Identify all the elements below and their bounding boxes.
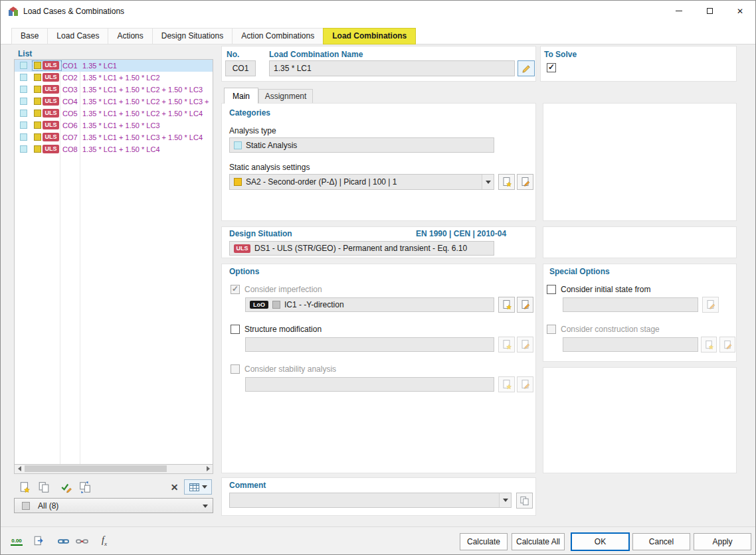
- dropdown-button[interactable]: [499, 493, 511, 507]
- combination-formula: 1.35 * LC1 + 1.50 * LC3 + 1.50 * LC4: [82, 133, 211, 141]
- list-item-co6[interactable]: ULS CO6 1.35 * LC1 + 1.50 * LC3: [15, 119, 213, 131]
- combination-color-swatch: [34, 121, 41, 129]
- new-combination-button[interactable]: [15, 479, 33, 495]
- tab-assignment[interactable]: Assignment: [258, 89, 313, 103]
- list-item-co1[interactable]: ULS CO1 1.35 * LC1: [15, 60, 213, 72]
- combination-name-input[interactable]: 1.35 * LC1: [269, 60, 515, 76]
- rename-button[interactable]: [518, 60, 535, 76]
- unlink-button[interactable]: [72, 532, 91, 550]
- list-item-co3[interactable]: ULS CO3 1.35 * LC1 + 1.50 * LC2 + 1.50 *…: [15, 84, 213, 96]
- formula-icon: fx: [102, 535, 107, 547]
- loo-badge: LoO: [250, 301, 268, 309]
- renumber-icon: [79, 481, 91, 493]
- construction-stage-checkbox: [547, 325, 556, 334]
- scrollbar-thumb[interactable]: [25, 465, 167, 472]
- tab-action-combinations[interactable]: Action Combinations: [232, 28, 324, 44]
- combination-formula: 1.35 * LC1 + 1.50 * LC4: [82, 145, 211, 153]
- empty-panel-mid: [543, 226, 737, 258]
- app-icon: [8, 6, 19, 17]
- filter-swatch: [22, 502, 30, 510]
- edit-icon: [520, 177, 531, 187]
- settings-value: SA2 - Second-order (P-Δ) | Picard | 100 …: [246, 177, 397, 187]
- combination-id: CO1: [62, 62, 78, 70]
- minimize-button[interactable]: [664, 1, 694, 21]
- empty-panel-top: [543, 103, 737, 221]
- combination-list[interactable]: ULS CO1 1.35 * LC1 ULS CO2 1.35 * LC1 + …: [14, 59, 213, 465]
- tab-design-situations[interactable]: Design Situations: [152, 28, 233, 44]
- new-icon: [704, 340, 714, 350]
- list-item-co2[interactable]: ULS CO2 1.35 * LC1 + 1.50 * LC2: [15, 72, 213, 84]
- empty-panel-bottom: [543, 367, 737, 473]
- solve-swatch: [20, 86, 27, 93]
- dropdown-button[interactable]: [482, 175, 494, 189]
- tab-load-combinations[interactable]: Load Combinations: [323, 28, 416, 44]
- tab-actions[interactable]: Actions: [108, 28, 152, 44]
- imperfection-label: Consider imperfection: [244, 285, 322, 294]
- imperfection-select[interactable]: LoO IC1 - -Y-direction: [245, 297, 494, 312]
- scroll-left-button[interactable]: [15, 465, 24, 473]
- check-combinations-button[interactable]: [57, 479, 75, 495]
- new-stability-button: [498, 376, 515, 392]
- formula-button[interactable]: fx: [95, 532, 114, 550]
- ok-button[interactable]: OK: [571, 532, 630, 551]
- combination-color-swatch: [34, 145, 41, 153]
- new-settings-button[interactable]: [498, 174, 515, 190]
- uls-badge: ULS: [43, 73, 59, 82]
- tab-base[interactable]: Base: [11, 28, 48, 44]
- new-icon: [502, 299, 512, 310]
- solve-swatch: [20, 62, 27, 69]
- new-icon: [502, 339, 512, 350]
- new-construction-stage-button: [701, 337, 717, 353]
- calculate-button[interactable]: Calculate: [460, 533, 508, 550]
- title-area: Load Cases & Combinations ✕ Base Load Ca…: [1, 1, 755, 44]
- edit-settings-button[interactable]: [517, 174, 533, 190]
- no-label: No.: [227, 50, 239, 59]
- comment-copy-button[interactable]: [516, 493, 533, 509]
- scroll-right-button[interactable]: [203, 465, 213, 473]
- table-view-button[interactable]: [184, 479, 212, 495]
- comment-input[interactable]: [229, 493, 512, 508]
- list-item-co5[interactable]: ULS CO5 1.35 * LC1 + 1.50 * LC2 + 1.50 *…: [15, 108, 213, 119]
- settings-swatch: [234, 178, 242, 186]
- link-button[interactable]: [54, 532, 72, 550]
- window-title: Load Cases & Combinations: [23, 7, 124, 16]
- solve-swatch: [20, 74, 27, 81]
- uls-badge: ULS: [43, 97, 59, 106]
- tab-main[interactable]: Main: [224, 88, 258, 104]
- list-horizontal-scrollbar[interactable]: [14, 465, 213, 474]
- combination-formula: 1.35 * LC1 + 1.50 * LC3: [82, 121, 211, 129]
- decimal-places-button[interactable]: 0.00: [7, 532, 26, 550]
- new-icon: [502, 379, 512, 390]
- structure-modification-checkbox[interactable]: [231, 325, 240, 334]
- renumber-button[interactable]: [76, 479, 94, 495]
- new-imperfection-button[interactable]: [498, 297, 515, 313]
- uls-badge: ULS: [43, 133, 59, 141]
- list-filter-select[interactable]: All (8): [14, 498, 213, 513]
- initial-state-checkbox[interactable]: [547, 285, 556, 294]
- copy-combination-button[interactable]: [35, 479, 52, 495]
- cancel-button[interactable]: Cancel: [632, 533, 690, 550]
- static-analysis-settings-select[interactable]: SA2 - Second-order (P-Δ) | Picard | 100 …: [229, 174, 494, 190]
- tab-load-cases[interactable]: Load Cases: [47, 28, 108, 44]
- uls-badge: ULS: [234, 244, 250, 253]
- design-standard: EN 1990 | CEN | 2010-04: [416, 229, 506, 238]
- calculate-all-button[interactable]: Calculate All: [512, 533, 565, 550]
- uls-badge: ULS: [43, 121, 59, 129]
- list-item-co4[interactable]: ULS CO4 1.35 * LC1 + 1.50 * LC2 + 1.50 *…: [15, 96, 213, 108]
- chevron-down-icon: [503, 499, 508, 502]
- edit-imperfection-button[interactable]: [517, 297, 533, 313]
- combination-color-swatch: [34, 110, 41, 117]
- maximize-button[interactable]: [694, 1, 725, 21]
- list-item-co8[interactable]: ULS CO8 1.35 * LC1 + 1.50 * LC4: [15, 143, 213, 155]
- uls-badge: ULS: [43, 145, 59, 153]
- name-label: Load Combination Name: [269, 50, 363, 59]
- maximize-icon: [707, 8, 713, 14]
- units-icon: [33, 535, 45, 547]
- units-button[interactable]: [30, 532, 48, 550]
- list-item-co7[interactable]: ULS CO7 1.35 * LC1 + 1.50 * LC3 + 1.50 *…: [15, 131, 213, 143]
- delete-combination-button[interactable]: ✕: [165, 479, 183, 495]
- combination-id: CO3: [62, 86, 78, 94]
- apply-button[interactable]: Apply: [694, 533, 751, 550]
- close-button[interactable]: ✕: [725, 1, 755, 21]
- to-solve-checkbox[interactable]: [547, 63, 556, 72]
